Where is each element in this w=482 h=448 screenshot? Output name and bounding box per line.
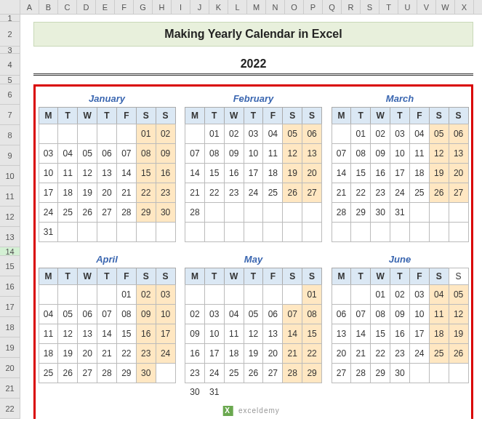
day-cell[interactable]: 03 <box>156 284 176 305</box>
day-cell[interactable]: 24 <box>409 343 430 364</box>
day-cell[interactable]: 19 <box>244 343 264 364</box>
day-cell[interactable]: 21 <box>332 183 352 203</box>
day-cell[interactable]: 21 <box>185 183 205 203</box>
day-cell[interactable]: 13 <box>97 163 117 183</box>
day-cell[interactable]: 13 <box>302 143 322 164</box>
day-cell[interactable]: 07 <box>332 143 352 164</box>
col-header-J[interactable]: J <box>190 0 209 14</box>
day-cell[interactable] <box>449 363 469 383</box>
day-cell[interactable]: 16 <box>224 163 244 183</box>
day-cell[interactable]: 17 <box>409 324 430 344</box>
day-cell[interactable] <box>185 284 205 305</box>
day-cell[interactable]: 06 <box>97 143 117 164</box>
day-cell[interactable]: 22 <box>350 183 371 203</box>
day-cell[interactable] <box>97 222 117 242</box>
day-cell[interactable]: 07 <box>116 143 137 164</box>
day-cell[interactable] <box>409 222 430 242</box>
col-header-S[interactable]: S <box>361 0 379 14</box>
day-cell[interactable]: 08 <box>370 304 390 324</box>
row-header-2[interactable]: 2 <box>0 22 20 47</box>
day-cell[interactable]: 05 <box>429 124 449 144</box>
day-cell[interactable]: 15 <box>116 324 137 344</box>
day-cell[interactable]: 14 <box>332 163 352 183</box>
day-cell[interactable]: 09 <box>224 143 244 164</box>
day-cell[interactable]: 13 <box>77 324 97 344</box>
col-header-T[interactable]: T <box>379 0 398 14</box>
day-cell[interactable]: 12 <box>449 304 469 324</box>
day-cell[interactable]: 03 <box>390 124 410 144</box>
day-cell[interactable]: 27 <box>449 183 469 203</box>
row-header-16[interactable]: 16 <box>0 276 20 297</box>
day-cell[interactable]: 19 <box>77 183 97 203</box>
day-cell[interactable]: 07 <box>282 304 302 324</box>
day-cell[interactable]: 03 <box>39 143 59 164</box>
day-cell[interactable]: 28 <box>97 363 117 383</box>
day-cell[interactable]: 11 <box>39 324 59 344</box>
day-cell[interactable]: 12 <box>429 143 449 164</box>
day-cell[interactable] <box>262 222 283 242</box>
day-cell[interactable]: 20 <box>449 163 469 183</box>
day-cell[interactable]: 06 <box>449 124 469 144</box>
day-cell[interactable] <box>350 222 371 242</box>
row-header-22[interactable]: 22 <box>0 399 20 419</box>
row-header-14[interactable]: 14 <box>0 247 20 256</box>
day-cell[interactable]: 07 <box>97 304 117 324</box>
day-cell[interactable]: 07 <box>350 304 371 324</box>
day-cell[interactable]: 18 <box>39 343 59 364</box>
day-cell[interactable]: 12 <box>77 163 97 183</box>
row-header-1[interactable]: 1 <box>0 15 20 22</box>
col-header-W[interactable]: W <box>436 0 455 14</box>
day-cell[interactable]: 08 <box>302 304 322 324</box>
day-cell[interactable]: 23 <box>156 183 176 203</box>
col-header-V[interactable]: V <box>417 0 436 14</box>
day-cell[interactable] <box>204 284 225 305</box>
day-cell[interactable]: 18 <box>409 163 430 183</box>
day-cell[interactable]: 05 <box>77 143 97 164</box>
row-header-10[interactable]: 10 <box>0 166 20 186</box>
day-cell[interactable] <box>116 124 137 144</box>
day-cell[interactable]: 19 <box>429 163 449 183</box>
day-cell[interactable]: 23 <box>136 343 156 364</box>
day-cell[interactable]: 27 <box>262 363 283 383</box>
day-cell[interactable]: 18 <box>429 324 449 344</box>
day-cell[interactable]: 10 <box>244 143 264 164</box>
day-cell[interactable]: 04 <box>262 124 283 144</box>
col-header-L[interactable]: L <box>228 0 247 14</box>
day-cell[interactable]: 13 <box>449 143 469 164</box>
day-cell[interactable]: 26 <box>57 363 78 383</box>
day-cell[interactable]: 23 <box>370 183 390 203</box>
day-cell[interactable]: 30 <box>136 363 156 383</box>
day-cell[interactable]: 26 <box>449 343 469 364</box>
day-cell[interactable]: 06 <box>332 304 352 324</box>
day-cell[interactable]: 12 <box>282 143 302 164</box>
day-cell[interactable]: 09 <box>370 143 390 164</box>
day-cell[interactable]: 27 <box>302 183 322 203</box>
row-header-6[interactable]: 6 <box>0 84 20 105</box>
day-cell[interactable] <box>185 222 205 242</box>
day-cell[interactable] <box>350 284 371 305</box>
day-cell[interactable] <box>302 383 322 403</box>
day-cell[interactable]: 11 <box>224 324 244 344</box>
day-cell[interactable] <box>370 222 390 242</box>
day-cell[interactable]: 29 <box>302 363 322 383</box>
day-cell[interactable] <box>449 202 469 223</box>
day-cell[interactable]: 10 <box>409 304 430 324</box>
col-header-G[interactable]: G <box>134 0 153 14</box>
day-cell[interactable]: 25 <box>429 343 449 364</box>
col-header-P[interactable]: P <box>304 0 323 14</box>
day-cell[interactable]: 18 <box>57 183 78 203</box>
day-cell[interactable]: 24 <box>390 183 410 203</box>
day-cell[interactable]: 27 <box>332 363 352 383</box>
day-cell[interactable]: 10 <box>390 143 410 164</box>
day-cell[interactable] <box>77 222 97 242</box>
day-cell[interactable]: 14 <box>97 324 117 344</box>
day-cell[interactable]: 06 <box>77 304 97 324</box>
day-cell[interactable] <box>244 284 264 305</box>
day-cell[interactable]: 20 <box>332 343 352 364</box>
day-cell[interactable] <box>57 284 78 305</box>
day-cell[interactable]: 08 <box>204 143 225 164</box>
day-cell[interactable]: 02 <box>224 124 244 144</box>
day-cell[interactable]: 16 <box>136 324 156 344</box>
day-cell[interactable] <box>429 202 449 223</box>
day-cell[interactable] <box>282 202 302 223</box>
